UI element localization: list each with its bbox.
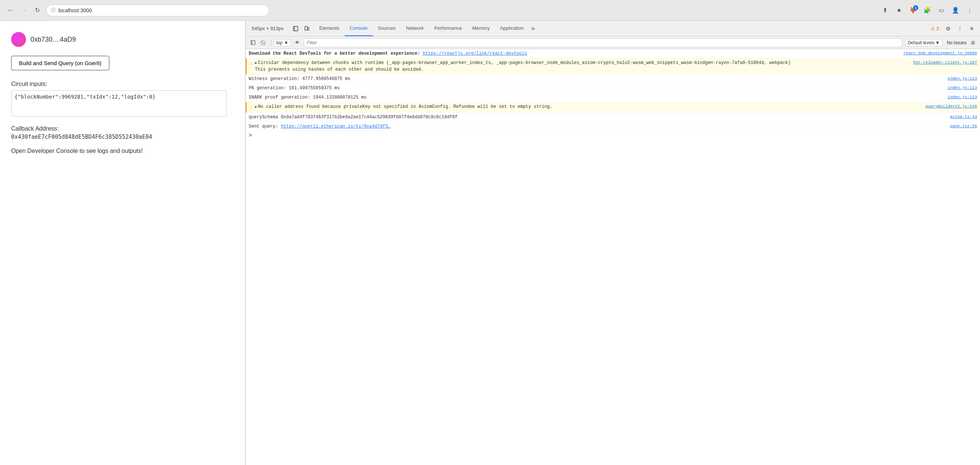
callback-section: Callback Address: 0x430faeE7cF005d848dE5… xyxy=(11,125,234,140)
svg-rect-0 xyxy=(293,26,298,31)
console-prompt: > xyxy=(246,131,980,140)
reload-button[interactable]: ↻ xyxy=(31,5,43,16)
expand-triangle-icon-2[interactable]: ▶ xyxy=(255,104,257,110)
filter-input[interactable] xyxy=(304,38,902,47)
bookmark-button[interactable]: ★ xyxy=(893,5,905,16)
devtools-settings-button[interactable]: ⚙ xyxy=(943,24,953,34)
circuit-inputs-textarea[interactable]: {"blockNumber":9969281,"txIdx":12,"logId… xyxy=(11,91,227,116)
context-label: top xyxy=(276,40,283,45)
devtools-topbar: 545px × 913px Elements Console xyxy=(246,21,980,37)
console-row-devtools: Download the React DevTools for a better… xyxy=(246,49,980,58)
forward-button[interactable]: → xyxy=(18,5,30,16)
console-row-pk: PK generation: 161.499755859375 ms index… xyxy=(246,84,980,93)
menu-button[interactable]: ⋮ xyxy=(964,5,975,16)
profile-button[interactable]: 👤 xyxy=(950,5,961,16)
browser-actions: ⬆ ★ 🦊 1 🧩 ▭ 👤 ⋮ xyxy=(879,5,975,16)
warning-badge[interactable]: ⚠ 2 xyxy=(928,25,941,32)
tab-elements[interactable]: Elements xyxy=(314,21,345,36)
devtools-more-button[interactable]: ⋮ xyxy=(955,24,965,34)
webpage-content: 0xb730....4aD9 Build and Send Query (on … xyxy=(0,21,245,465)
share-button[interactable]: ⬆ xyxy=(879,5,891,16)
devtools-tabs: Elements Console Sources Network Perform… xyxy=(314,21,537,36)
security-icon: ⓘ xyxy=(51,7,56,13)
wallet-address: 0xb730....4aD9 xyxy=(30,36,76,43)
back-button[interactable]: ← xyxy=(5,5,16,16)
console-msg-devtools: Download the React DevTools for a better… xyxy=(249,50,901,57)
console-msg-circular: ▶Circular dependency between chunks with… xyxy=(255,59,911,73)
console-sidebar-button[interactable] xyxy=(248,38,258,48)
warning-triangle-icon: ⚠ xyxy=(250,60,253,67)
source-page[interactable]: page.tsx:56 xyxy=(950,123,977,129)
devtools-close-button[interactable]: ✕ xyxy=(967,24,977,34)
log-levels-dropdown[interactable]: Default levels ▼ xyxy=(905,39,942,46)
prompt-icon: > xyxy=(249,132,252,139)
console-msg-pk: PK generation: 161.499755859375 ms xyxy=(249,85,945,91)
warning-triangle-icon-2: ⚠ xyxy=(250,104,253,111)
console-row-snark: SNARK proof generation: 1944.13208007812… xyxy=(246,93,980,102)
callback-address-value: 0x430faeE7cF005d848dE5BD4F6c385D552430aE… xyxy=(11,134,234,140)
devtools-panel: 545px × 913px Elements Console xyxy=(245,21,980,465)
wallet-avatar xyxy=(11,32,26,47)
console-row-query-schema: querySchema 0x9a7ad4f7837463f317b2be9a2a… xyxy=(246,113,980,122)
tab-console[interactable]: Console xyxy=(345,21,373,36)
tab-memory[interactable]: Memory xyxy=(467,21,495,36)
console-row-no-caller: ⚠ ▶No caller address found because priva… xyxy=(246,102,980,113)
inspect-element-button[interactable] xyxy=(290,24,301,34)
console-msg-sent-query: Sent query: https://goerli.etherscan.io/… xyxy=(249,123,948,130)
chevron-down-icon-levels: ▼ xyxy=(935,40,940,45)
react-devtools-link[interactable]: https://reactjs.org/link/react-devtools xyxy=(423,51,527,56)
warning-icon: ⚠ xyxy=(931,25,935,31)
extension-button[interactable]: 🦊 1 xyxy=(907,5,919,16)
build-send-query-button[interactable]: Build and Send Query (on Goerli) xyxy=(11,56,109,70)
source-axiom[interactable]: axiom.ts:43 xyxy=(950,114,977,120)
dimensions-info: 545px × 913px xyxy=(249,25,286,31)
console-msg-query-schema: querySchema 0x9a7ad4f7837463f317b2be9a2a… xyxy=(249,114,948,121)
warning-count: 2 xyxy=(937,25,939,31)
console-row-sent-query: Sent query: https://goerli.etherscan.io/… xyxy=(246,122,980,131)
console-settings-button[interactable]: ⚙ xyxy=(968,38,978,48)
svg-rect-3 xyxy=(307,27,309,30)
source-react-dom[interactable]: react-dom.development.js:36606 xyxy=(904,50,977,57)
nav-buttons: ← → ↻ xyxy=(5,5,43,16)
device-toolbar-button[interactable] xyxy=(302,24,312,34)
source-index-3[interactable]: index.js:113 xyxy=(948,94,977,100)
tab-application[interactable]: Application xyxy=(495,21,529,36)
devtools-toggle-button[interactable]: ▭ xyxy=(935,5,947,16)
url-text: localhost:3000 xyxy=(58,8,264,13)
clear-console-button[interactable]: ⃠ xyxy=(259,38,269,48)
source-index-2[interactable]: index.js:113 xyxy=(948,85,977,91)
console-toolbar: ⃠ top ▼ 👁 Default levels ▼ No Issues ⚙ xyxy=(246,37,980,49)
source-query-builder[interactable]: queryBuilderV2.js:246 xyxy=(925,104,977,110)
expand-triangle-icon[interactable]: ▶ xyxy=(255,60,257,66)
callback-address-label: Callback Address: xyxy=(11,125,234,132)
eye-button[interactable]: 👁 xyxy=(293,38,302,48)
ext-badge-count: 1 xyxy=(913,5,918,10)
svg-rect-2 xyxy=(305,26,307,30)
no-issues-label: No Issues xyxy=(947,40,967,45)
circuit-inputs-label: Circuit inputs: xyxy=(11,81,234,88)
toolbar-divider xyxy=(271,40,271,46)
puzzle-extension-button[interactable]: 🧩 xyxy=(921,5,933,16)
chevron-down-icon: ▼ xyxy=(284,40,288,45)
console-hint-text: Open Developer Console to see logs and o… xyxy=(11,148,234,154)
more-tabs-button[interactable]: » xyxy=(529,21,537,36)
console-output: Download the React DevTools for a better… xyxy=(246,49,980,465)
default-levels-label: Default levels xyxy=(908,40,935,45)
etherscan-link[interactable]: https://goerli.etherscan.io/tx/0xa4d7df3… xyxy=(281,124,390,129)
tab-network[interactable]: Network xyxy=(401,21,429,36)
browser-chrome: ← → ↻ ⓘ localhost:3000 ⬆ ★ 🦊 1 🧩 ▭ 👤 ⋮ xyxy=(0,0,980,21)
source-index-1[interactable]: index.js:113 xyxy=(948,75,977,82)
context-selector[interactable]: top ▼ xyxy=(274,39,291,46)
tab-sources[interactable]: Sources xyxy=(373,21,401,36)
console-row-circular-dep: ⚠ ▶Circular dependency between chunks wi… xyxy=(246,58,980,75)
address-bar[interactable]: ⓘ localhost:3000 xyxy=(46,5,269,16)
console-row-witness: Witness generation: 4777.9560546875 ms i… xyxy=(246,75,980,84)
console-msg-snark: SNARK proof generation: 1944.13208007812… xyxy=(249,94,945,101)
source-hot-reloader[interactable]: hot-reloader-client.js:207 xyxy=(913,59,977,66)
tab-performance[interactable]: Performance xyxy=(429,21,467,36)
svg-rect-4 xyxy=(251,41,255,45)
console-msg-no-caller: ▶No caller address found because private… xyxy=(255,104,923,110)
wallet-header: 0xb730....4aD9 xyxy=(11,32,234,47)
devtools-right-actions: ⚠ 2 ⚙ ⋮ ✕ xyxy=(928,24,977,34)
main-container: 0xb730....4aD9 Build and Send Query (on … xyxy=(0,21,980,465)
